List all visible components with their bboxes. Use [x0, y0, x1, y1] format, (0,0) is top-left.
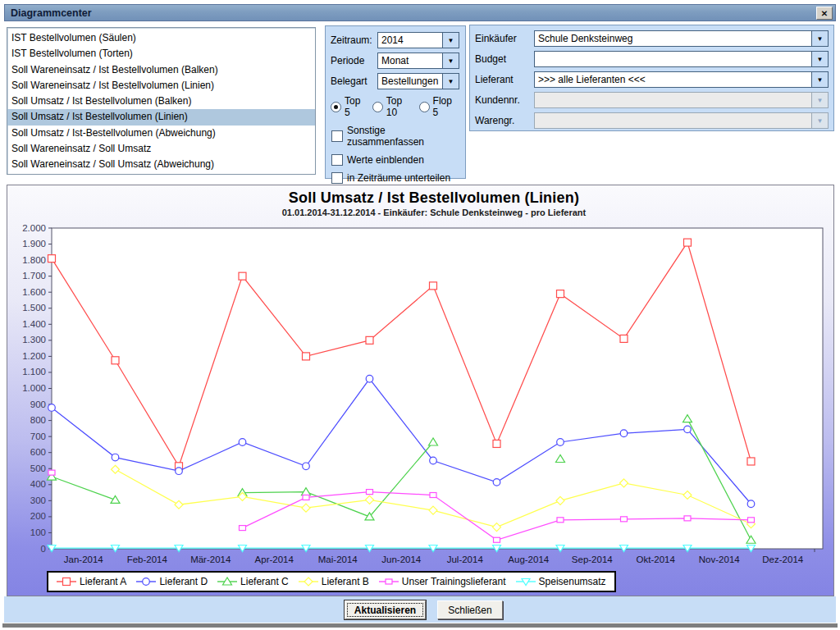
- checkbox-sonstige-zusammenfassen[interactable]: [331, 130, 343, 142]
- svg-text:Dez-2014: Dez-2014: [762, 555, 803, 564]
- belegart-combobox[interactable]: Bestellungen ▼: [377, 73, 459, 89]
- svg-text:1.900: 1.900: [22, 239, 46, 249]
- radio-label: Top 5: [345, 95, 367, 118]
- kundennr-combobox: ▼: [534, 92, 829, 108]
- selection-panel: EinkäuferSchule Denksteinweg▼Budget▼Lief…: [469, 25, 834, 131]
- budget-combobox[interactable]: ▼: [534, 51, 829, 67]
- radio-flop-5[interactable]: [419, 102, 430, 112]
- svg-text:400: 400: [30, 479, 46, 489]
- budget-label: Budget: [475, 53, 534, 65]
- svg-text:Okt-2014: Okt-2014: [637, 555, 676, 564]
- chevron-down-icon: ▼: [812, 112, 829, 129]
- chevron-down-icon: ▼: [812, 92, 829, 108]
- combo-value: [534, 112, 812, 129]
- periode-combobox[interactable]: Monat ▼: [377, 52, 459, 69]
- svg-text:1.500: 1.500: [22, 303, 46, 313]
- chart-panel: 01002003004005006007008009001.0001.1001.…: [7, 185, 834, 596]
- chevron-down-icon[interactable]: ▼: [812, 71, 829, 88]
- chart-title: Soll Umsatz / Ist Bestellvolumen (Linien…: [40, 189, 828, 207]
- square-icon: [57, 577, 76, 587]
- svg-text:1.400: 1.400: [22, 319, 46, 329]
- svg-text:Mär-2014: Mär-2014: [190, 555, 231, 564]
- chart-type-item[interactable]: Soll Wareneinsatz / Soll Umsatz: [7, 141, 315, 157]
- filter-panel: Zeitraum: 2014 ▼ Periode Monat ▼ Belegar…: [325, 25, 466, 179]
- lieferant-label: Lieferant: [475, 74, 534, 85]
- legend-item: Lieferant C: [212, 576, 294, 587]
- chart-type-item[interactable]: IST Bestellvolumen (Säulen): [7, 30, 315, 46]
- chart-type-item[interactable]: Soll Wareneinsatz / Ist Bestellvolumen (…: [7, 78, 315, 94]
- einkufer-label: Einkäufer: [475, 33, 534, 44]
- legend-item: Unser Trainingslieferant: [374, 576, 511, 587]
- radio-top-10[interactable]: [372, 102, 383, 112]
- svg-text:900: 900: [30, 399, 46, 409]
- legend-label: Lieferant C: [240, 576, 289, 587]
- zeitraum-combobox[interactable]: 2014 ▼: [377, 32, 459, 48]
- chart-type-item[interactable]: Soll Wareneinsatz / Soll Umsatz (Abweich…: [7, 157, 315, 172]
- chevron-down-icon[interactable]: ▼: [812, 30, 829, 47]
- title-bar: Diagrammcenter ✕: [4, 4, 836, 21]
- diamond-icon: [299, 577, 318, 587]
- radio-label: Top 10: [386, 95, 413, 118]
- svg-text:1.200: 1.200: [22, 351, 46, 361]
- window-title: Diagrammcenter: [5, 7, 92, 19]
- chart-type-item[interactable]: Soll Wareneinsatz / Ist Bestellvolumen (…: [7, 62, 315, 78]
- checkbox-in-zeiträume-unterteilen[interactable]: [331, 172, 343, 184]
- svg-text:1.600: 1.600: [22, 287, 46, 297]
- line-chart: 01002003004005006007008009001.0001.1001.…: [7, 185, 833, 596]
- periode-value: Monat: [377, 52, 443, 69]
- close-icon[interactable]: ✕: [816, 7, 833, 20]
- svg-text:300: 300: [30, 495, 46, 505]
- chart-type-list: IST Bestellvolumen (Säulen)IST Bestellvo…: [7, 27, 316, 175]
- lieferant-combobox[interactable]: >>> alle Lieferanten <<<▼: [534, 71, 829, 88]
- aktualisieren-button[interactable]: Aktualisieren: [345, 600, 426, 619]
- svg-text:Feb-2014: Feb-2014: [127, 555, 168, 564]
- svg-text:100: 100: [30, 527, 46, 537]
- legend-item: Lieferant D: [131, 576, 212, 587]
- svg-text:200: 200: [30, 511, 46, 521]
- svg-text:0: 0: [41, 544, 46, 554]
- warengr-label: Warengr.: [475, 115, 534, 126]
- chevron-down-icon[interactable]: ▼: [443, 73, 459, 89]
- legend-label: Lieferant A: [80, 576, 126, 587]
- belegart-label: Belegart: [331, 75, 377, 87]
- square-small-icon: [379, 577, 399, 587]
- svg-text:2.000: 2.000: [22, 223, 46, 233]
- chevron-down-icon[interactable]: ▼: [443, 52, 459, 69]
- chart-legend: Lieferant ALieferant DLieferant CLiefera…: [47, 571, 616, 592]
- combo-value: Schule Denksteinweg: [534, 30, 812, 47]
- checkbox-label: Werte einblenden: [347, 154, 424, 166]
- chart-type-item[interactable]: Soll Umsatz / Ist Bestellvolumen (Linien…: [7, 109, 315, 125]
- svg-text:Aug-2014: Aug-2014: [508, 555, 549, 564]
- kundennr-label: Kundennr.: [475, 94, 534, 106]
- svg-text:Nov-2014: Nov-2014: [699, 555, 740, 564]
- belegart-value: Bestellungen: [377, 73, 443, 89]
- combo-value: >>> alle Lieferanten <<<: [534, 71, 812, 88]
- zeitraum-label: Zeitraum:: [331, 34, 377, 46]
- chart-type-item[interactable]: Soll Umsatz / Ist Bestellvolumen (Balken…: [7, 94, 315, 109]
- window-bottom-border: [2, 623, 838, 628]
- svg-text:Jun-2014: Jun-2014: [381, 555, 422, 564]
- chart-type-item[interactable]: Soll Umsatz / Ist-Bestellvolumen (Abweic…: [7, 126, 315, 141]
- combo-value: [534, 51, 812, 67]
- svg-text:800: 800: [30, 415, 46, 425]
- svg-text:500: 500: [30, 463, 46, 473]
- radio-top-5[interactable]: [331, 102, 341, 112]
- triangle-up-icon: [217, 577, 237, 587]
- legend-label: Speisenumsatz: [539, 576, 606, 587]
- checkbox-werte-einblenden[interactable]: [331, 154, 343, 166]
- checkbox-label: Sonstige zusammenfassen: [347, 125, 460, 148]
- chevron-down-icon[interactable]: ▼: [812, 51, 829, 67]
- legend-item: Lieferant B: [294, 576, 374, 587]
- legend-item: Speisenumsatz: [511, 576, 611, 587]
- einkufer-combobox[interactable]: Schule Denksteinweg▼: [534, 30, 829, 47]
- triangle-down-icon: [516, 577, 536, 587]
- svg-text:Jan-2014: Jan-2014: [64, 555, 104, 564]
- warengr-combobox: ▼: [534, 112, 829, 129]
- chart-type-item[interactable]: IST Bestellvolumen (Torten): [7, 46, 315, 62]
- schliessen-button[interactable]: Schließen: [437, 600, 503, 619]
- svg-text:1.100: 1.100: [22, 367, 46, 377]
- svg-text:1.800: 1.800: [22, 255, 46, 265]
- chevron-down-icon[interactable]: ▼: [443, 32, 459, 48]
- legend-label: Unser Trainingslieferant: [402, 576, 506, 587]
- svg-text:Mai-2014: Mai-2014: [318, 555, 358, 564]
